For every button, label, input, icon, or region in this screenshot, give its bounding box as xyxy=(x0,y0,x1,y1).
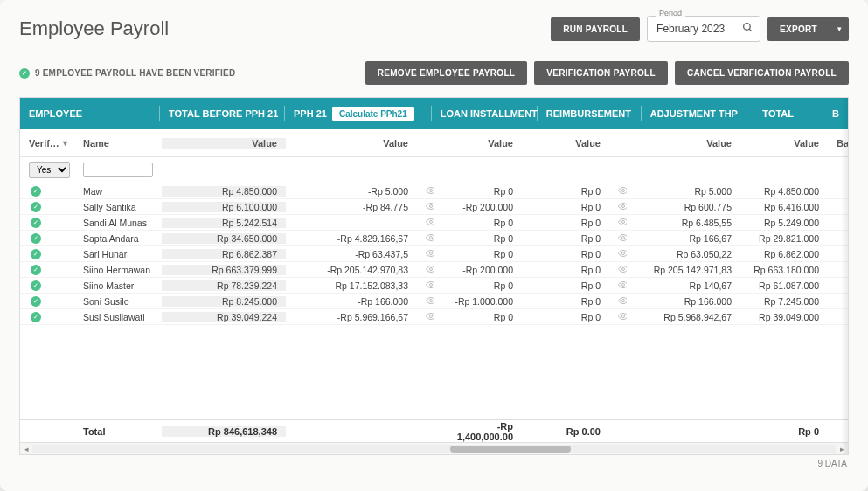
horizontal-scrollbar[interactable]: ◂ ▸ xyxy=(20,442,848,454)
cancel-verification-payroll-button[interactable]: CANCEL VERIFICATION PAYROLL xyxy=(675,61,849,85)
eye-icon[interactable] xyxy=(426,266,434,276)
eye-icon[interactable] xyxy=(618,218,627,229)
table-row[interactable]: ✓MawRp 4.850.000-Rp 5.000Rp 0Rp 0Rp 5.00… xyxy=(20,183,848,199)
col-header-reimb-value[interactable]: Value xyxy=(522,138,609,149)
verified-icon: ✓ xyxy=(31,312,41,322)
svg-point-16 xyxy=(430,299,433,301)
col-header-name[interactable]: Name xyxy=(74,138,162,149)
cell-adjustment-thp: Rp 166.000 xyxy=(627,296,740,307)
cell-total-before-pph21: Rp 663.379.999 xyxy=(162,265,286,275)
cell-loan: Rp 0 xyxy=(434,218,522,228)
scroll-thumb[interactable] xyxy=(450,446,571,453)
cell-reimbursement: Rp 0 xyxy=(522,218,609,228)
table-row[interactable]: ✓Susi SusilawatiRp 39.049.224-Rp 5.969.1… xyxy=(20,309,848,325)
cell-total: Rp 6.416.000 xyxy=(740,202,828,212)
filter-icon[interactable]: ▾ xyxy=(63,138,67,148)
table-row[interactable]: ✓Siino HermawanRp 663.379.999-Rp 205.142… xyxy=(20,262,848,278)
cell-pph21: -Rp 205.142.970,83 xyxy=(286,265,417,275)
totals-tbp: Rp 846,618,348 xyxy=(162,426,286,437)
svg-point-12 xyxy=(430,267,433,270)
svg-point-0 xyxy=(744,24,751,31)
eye-icon[interactable] xyxy=(618,313,627,323)
svg-point-17 xyxy=(622,299,625,301)
eye-icon[interactable] xyxy=(426,234,434,245)
cell-reimbursement: Rp 0 xyxy=(522,233,609,244)
col-header-loan-value[interactable]: Value xyxy=(434,138,522,149)
svg-point-19 xyxy=(622,315,625,317)
table-row[interactable]: ✓Sari HunariRp 6.862.387-Rp 63.437,5Rp 0… xyxy=(20,246,848,262)
eye-icon[interactable] xyxy=(618,203,627,213)
eye-icon[interactable] xyxy=(426,281,434,292)
cell-adjustment-thp: Rp 6.485,55 xyxy=(627,218,740,228)
group-header-loan-installment[interactable]: LOAN INSTALLMENT xyxy=(432,98,537,129)
cell-pph21: -Rp 84.775 xyxy=(286,202,417,212)
cell-total-before-pph21: Rp 6.862.387 xyxy=(162,249,286,259)
col-header-total-value[interactable]: Value xyxy=(740,138,828,149)
table-row[interactable]: ✓Siino MasterRp 78.239.224-Rp 17.152.083… xyxy=(20,278,848,294)
eye-icon[interactable] xyxy=(618,266,627,276)
eye-icon[interactable] xyxy=(618,250,627,260)
cell-total: Rp 663.180.000 xyxy=(740,265,828,275)
eye-icon[interactable] xyxy=(618,234,627,245)
export-button[interactable]: EXPORT xyxy=(767,17,830,41)
eye-icon[interactable] xyxy=(426,218,434,229)
group-header-pph21[interactable]: PPH 21 Calculate PPh21 xyxy=(285,98,431,129)
col-header-extra[interactable]: Ba xyxy=(828,138,845,149)
cell-total: Rp 5.249.000 xyxy=(740,218,828,228)
period-label: Period xyxy=(656,9,685,17)
verif-filter-select[interactable]: Yes xyxy=(29,162,70,178)
verified-icon: ✓ xyxy=(31,202,41,212)
scroll-track[interactable] xyxy=(32,445,836,453)
run-payroll-button[interactable]: RUN PAYROLL xyxy=(551,17,640,41)
cell-reimbursement: Rp 0 xyxy=(522,265,609,275)
totals-loan: -Rp 1,400,000.00 xyxy=(434,421,522,442)
eye-icon[interactable] xyxy=(618,297,627,308)
col-header-pph-value[interactable]: Value xyxy=(286,138,417,149)
verified-icon: ✓ xyxy=(31,186,41,197)
eye-icon[interactable] xyxy=(618,281,627,292)
cell-name: Sally Santika xyxy=(74,202,162,212)
cell-total-before-pph21: Rp 4.850.000 xyxy=(162,186,286,197)
col-header-tbp-value[interactable]: Value xyxy=(162,138,286,149)
group-header-adjustment-thp[interactable]: ADJUSTMENT THP xyxy=(642,98,753,129)
remove-employee-payroll-button[interactable]: REMOVE EMPLOYEE PAYROLL xyxy=(365,61,527,85)
table-row[interactable]: ✓Sandi Al MunasRp 5.242.514Rp 0Rp 0Rp 6.… xyxy=(20,215,848,231)
cell-loan: Rp 0 xyxy=(434,233,522,244)
group-header-employee[interactable]: EMPLOYEE xyxy=(20,98,159,129)
name-filter-input[interactable] xyxy=(83,163,153,177)
export-caret-button[interactable]: ▾ xyxy=(830,17,849,41)
eye-icon[interactable] xyxy=(426,297,434,308)
scroll-right-icon[interactable]: ▸ xyxy=(836,443,848,455)
calculate-pph21-button[interactable]: Calculate PPh21 xyxy=(332,107,414,121)
eye-icon[interactable] xyxy=(426,187,434,197)
eye-icon[interactable] xyxy=(618,187,627,197)
search-icon[interactable] xyxy=(742,22,753,36)
eye-icon[interactable] xyxy=(426,203,434,213)
cell-loan: -Rp 200.000 xyxy=(434,202,522,212)
eye-icon[interactable] xyxy=(426,313,434,323)
page-title: Employee Payroll xyxy=(19,17,551,40)
cell-name: Maw xyxy=(74,186,162,197)
group-header-total[interactable]: TOTAL xyxy=(753,98,823,129)
table-body: ✓MawRp 4.850.000-Rp 5.000Rp 0Rp 0Rp 5.00… xyxy=(20,183,848,419)
svg-point-10 xyxy=(430,252,433,254)
col-header-adj-value[interactable]: Value xyxy=(627,138,740,149)
svg-point-13 xyxy=(622,267,625,270)
group-header-reimbursement[interactable]: REIMBURSEMENT xyxy=(538,98,641,129)
data-count: 9 DATA xyxy=(817,459,847,468)
svg-point-4 xyxy=(430,204,433,207)
scroll-left-icon[interactable]: ◂ xyxy=(20,443,32,455)
table-row[interactable]: ✓Sapta AndaraRp 34.650.000-Rp 4.829.166,… xyxy=(20,231,848,246)
period-field[interactable]: Period xyxy=(647,16,760,42)
cell-name: Siino Master xyxy=(74,280,162,291)
verified-icon: ✓ xyxy=(31,296,41,307)
col-header-verif[interactable]: Verif… ▾ xyxy=(20,138,74,149)
cell-total: Rp 7.245.000 xyxy=(740,296,828,307)
eye-icon[interactable] xyxy=(426,250,434,260)
cell-name: Sandi Al Munas xyxy=(74,218,162,228)
group-header-total-before-pph21[interactable]: TOTAL BEFORE PPH 21 xyxy=(160,98,284,129)
table-row[interactable]: ✓Soni SusiloRp 8.245.000-Rp 166.000-Rp 1… xyxy=(20,294,848,309)
table-row[interactable]: ✓Sally SantikaRp 6.100.000-Rp 84.775-Rp … xyxy=(20,199,848,215)
group-header-extra[interactable]: B xyxy=(823,98,848,129)
verification-payroll-button[interactable]: VERIFICATION PAYROLL xyxy=(534,61,668,85)
